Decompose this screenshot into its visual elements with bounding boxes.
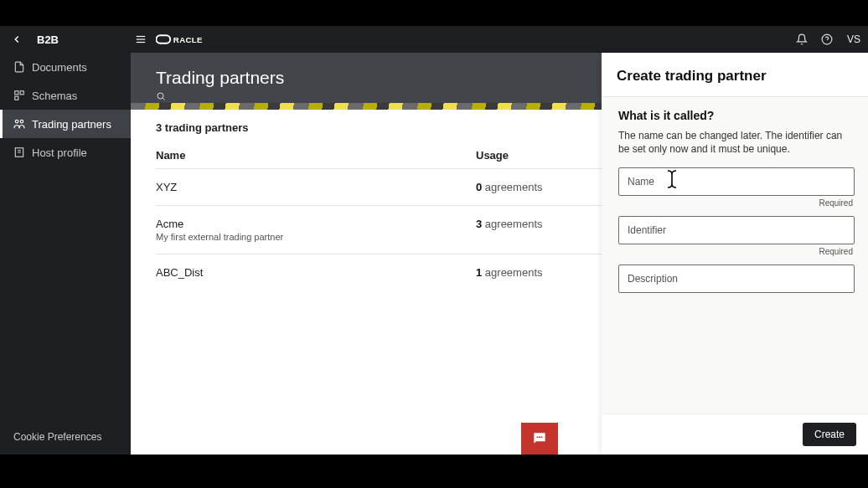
svg-rect-8 xyxy=(20,91,23,95)
back-button[interactable] xyxy=(0,33,34,45)
partners-icon xyxy=(13,118,25,130)
sidebar-item-schemas[interactable]: Schemas xyxy=(0,81,131,110)
svg-rect-3 xyxy=(156,35,170,44)
svg-point-17 xyxy=(537,436,539,438)
panel-question: What is it called? xyxy=(618,109,855,122)
create-button[interactable]: Create xyxy=(803,423,856,446)
schema-icon xyxy=(13,90,25,101)
svg-point-18 xyxy=(539,436,540,438)
sidebar-item-trading-partners[interactable]: Trading partners xyxy=(0,110,131,138)
row-name: Acme xyxy=(156,218,476,230)
row-subtitle: My first external trading partner xyxy=(156,232,476,242)
identifier-input[interactable] xyxy=(619,217,854,244)
name-required: Required xyxy=(618,198,853,208)
svg-text:RACLE: RACLE xyxy=(173,35,203,44)
svg-point-19 xyxy=(541,436,543,438)
svg-line-16 xyxy=(163,98,164,100)
row-usage-text: agreements xyxy=(482,218,542,230)
oracle-logo-icon: RACLE xyxy=(156,33,223,45)
sidebar-item-label: Documents xyxy=(32,61,87,74)
host-icon xyxy=(13,146,25,158)
chevron-left-icon xyxy=(11,33,23,45)
panel-title: Create trading partner xyxy=(617,68,853,85)
panel-footer: Create xyxy=(602,414,868,455)
sidebar-item-documents[interactable]: Documents xyxy=(0,53,131,81)
search-icon xyxy=(156,91,166,101)
sidebar-item-label: Trading partners xyxy=(32,118,111,131)
sidebar-item-label: Host profile xyxy=(32,146,87,159)
notifications-button[interactable] xyxy=(789,33,814,45)
page-title: Trading partners xyxy=(156,68,284,88)
row-usage-text: agreements xyxy=(482,181,542,193)
identifier-required: Required xyxy=(618,247,853,256)
module-title: B2B xyxy=(37,33,131,46)
search-button[interactable] xyxy=(156,90,166,104)
help-button[interactable] xyxy=(814,33,840,45)
hamburger-icon xyxy=(135,33,147,45)
cookie-preferences-link[interactable]: Cookie Preferences xyxy=(0,419,131,455)
svg-point-15 xyxy=(158,93,163,99)
svg-rect-7 xyxy=(15,91,18,95)
sidebar-item-label: Schemas xyxy=(32,90,77,102)
chat-button[interactable] xyxy=(521,423,558,455)
create-panel: Create trading partner What is it called… xyxy=(602,53,868,455)
svg-point-11 xyxy=(20,120,23,123)
name-field-wrap: Name xyxy=(618,167,855,196)
oracle-logo: RACLE xyxy=(156,33,223,45)
name-input[interactable] xyxy=(619,168,854,195)
identifier-field-wrap: Identifier xyxy=(618,216,855,244)
description-field-wrap: Description xyxy=(618,265,855,293)
document-icon xyxy=(13,61,25,73)
top-bar: B2B RACLE VS xyxy=(0,26,868,53)
svg-point-10 xyxy=(15,120,18,123)
row-name: XYZ xyxy=(156,181,476,193)
row-name: ABC_Dist xyxy=(156,266,476,279)
bell-icon xyxy=(796,33,808,45)
row-usage-text: agreements xyxy=(482,266,542,279)
panel-hint: The name can be changed later. The ident… xyxy=(618,129,855,156)
hamburger-button[interactable] xyxy=(131,33,151,45)
sidebar-item-host-profile[interactable]: Host profile xyxy=(0,138,131,167)
sidebar: Documents Schemas Trading partners Host … xyxy=(0,53,131,455)
svg-rect-9 xyxy=(15,96,18,100)
column-name: Name xyxy=(156,149,476,162)
user-avatar[interactable]: VS xyxy=(840,33,868,45)
chat-icon xyxy=(531,430,548,447)
help-icon xyxy=(821,33,833,45)
panel-header: Create trading partner xyxy=(602,53,868,97)
description-input[interactable] xyxy=(619,265,854,292)
